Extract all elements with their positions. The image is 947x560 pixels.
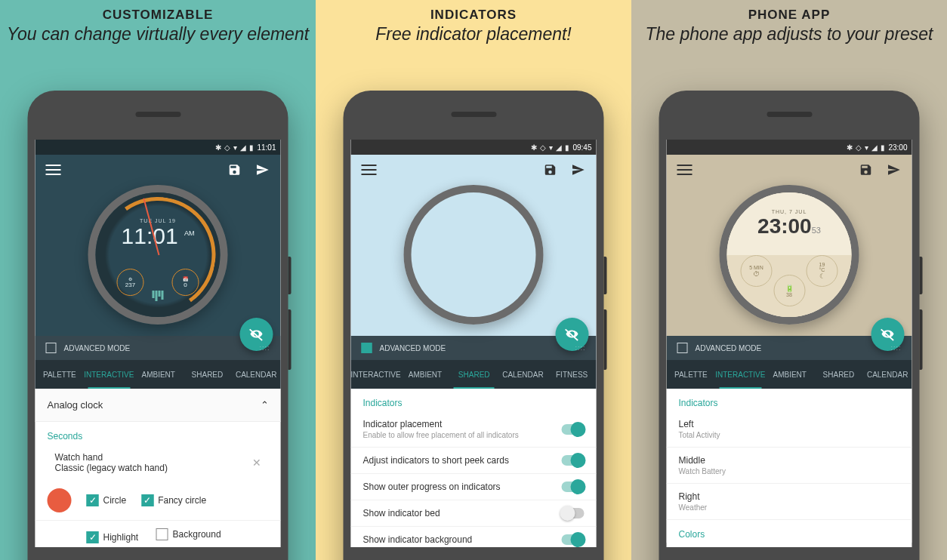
wifi-icon: ▾	[233, 143, 237, 152]
send-icon[interactable]	[255, 163, 270, 177]
watch-preview[interactable]: THU, 7 JUL 23:0053 5 MIN⏱ 🔋38 19°C☾	[720, 185, 859, 325]
vibrate-icon: ◇	[856, 143, 862, 152]
panel-subtitle: You can change virtually every element	[0, 24, 316, 45]
setting-indicator-bed[interactable]: Show indicator bed	[351, 500, 597, 527]
indicator-middle[interactable]: Middle Watch Battery	[667, 448, 912, 484]
panel-indicators: INDICATORS Free indicator placement! ✱ ◇…	[316, 0, 631, 560]
toggle-switch[interactable]	[562, 455, 585, 466]
battery-icon: ▮	[565, 143, 569, 152]
preview-area: THU, 7 JUL 23:0053 5 MIN⏱ 🔋38 19°C☾	[667, 155, 912, 389]
signal-icon: ◢	[871, 143, 878, 152]
watch-preview[interactable]: 👣57 19Jul	[404, 185, 544, 325]
section-title: Indicators	[667, 389, 912, 411]
watch-preview[interactable]: TUE JUL 19 11:01 AM ⚙237 📅0	[88, 185, 228, 325]
subdial-left: 237	[125, 282, 135, 288]
panel-subtitle: Free indicator placement!	[316, 24, 631, 45]
tab-calendar[interactable]: CALENDAR	[498, 360, 548, 389]
tab-shared[interactable]: SHARED	[183, 360, 232, 389]
settings-content: Analog clock ⌃ Seconds Watch hand Classi…	[35, 389, 281, 547]
watch-hand-sub: Classic (legacy watch hand)	[55, 463, 252, 473]
chevron-up-icon: ⌃	[261, 399, 269, 411]
bluetooth-icon: ✱	[215, 143, 221, 152]
panel-title: CUSTOMIZABLE	[0, 8, 316, 23]
option-background[interactable]: Background	[156, 528, 221, 540]
close-icon[interactable]: ✕	[252, 457, 261, 469]
option-highlight[interactable]: ✓Highlight	[87, 531, 139, 543]
menu-icon[interactable]	[362, 165, 377, 175]
phone-screen: ✱ ◇ ▾ ◢ ▮ 09:45	[351, 140, 597, 547]
ring-left: 5 MIN	[749, 265, 763, 270]
advanced-label: ADVANCED MODE	[64, 344, 131, 352]
tab-interactive[interactable]: INTERACTIVE	[351, 360, 401, 389]
tab-palette[interactable]: PALETTE	[35, 360, 85, 389]
advanced-checkbox[interactable]	[677, 343, 688, 353]
tab-shared[interactable]: SHARED	[449, 360, 498, 389]
color-swatch[interactable]	[48, 488, 72, 512]
drag-handle-icon[interactable]: ::::	[575, 344, 585, 352]
tab-calendar[interactable]: CALENDAR	[232, 360, 281, 389]
phone-screen: ✱ ◇ ▾ ◢ ▮ 23:00	[667, 140, 912, 547]
phone-screen: ✱ ◇ ▾ ◢ ▮ 11:01	[35, 140, 281, 547]
panel-header: INDICATORS Free indicator placement!	[316, 8, 631, 45]
preview-area: TUE JUL 19 11:01 AM ⚙237 📅0	[35, 155, 281, 389]
status-time: 09:45	[572, 143, 591, 152]
setting-indicator-placement[interactable]: Indicator placementEnable to allow free …	[351, 411, 597, 448]
watch-hand-row[interactable]: Watch hand Classic (legacy watch hand) ✕	[35, 445, 281, 481]
tab-palette[interactable]: PALETTE	[667, 360, 716, 389]
save-icon[interactable]	[228, 163, 242, 177]
advanced-label: ADVANCED MODE	[696, 344, 762, 352]
setting-indicator-background[interactable]: Show indicator background	[351, 527, 597, 547]
drag-handle-icon[interactable]: ::::	[259, 344, 270, 352]
advanced-checkbox[interactable]: ✓	[362, 343, 372, 353]
tab-ambient[interactable]: AMBIENT	[401, 360, 450, 389]
battery-icon: ▮	[881, 143, 885, 152]
menu-icon[interactable]	[677, 165, 693, 175]
setting-outer-progress[interactable]: Show outer progress on indicators	[351, 474, 597, 500]
tab-calendar[interactable]: CALENDAR	[863, 360, 912, 389]
vibrate-icon: ◇	[224, 143, 230, 152]
watch-hand-title: Watch hand	[55, 452, 252, 463]
option-circle[interactable]: ✓Circle	[87, 494, 127, 506]
drag-handle-icon[interactable]: ::::	[890, 344, 901, 352]
send-icon[interactable]	[571, 163, 586, 177]
phone-side-button	[604, 309, 607, 370]
section-title: Seconds	[35, 422, 281, 445]
indicator-right[interactable]: Right Weather	[667, 484, 912, 520]
indicator-left[interactable]: Left Total Activity	[667, 411, 912, 448]
panel-title: PHONE APP	[631, 8, 947, 23]
advanced-checkbox[interactable]	[46, 343, 57, 353]
expander-analog-clock[interactable]: Analog clock ⌃	[35, 389, 281, 422]
option-fancy-circle[interactable]: ✓Fancy circle	[141, 494, 206, 506]
preview-area: 👣57 19Jul ✓ ADVANCED MODE :::: INTERACTI…	[351, 155, 597, 389]
setting-adjust-peek[interactable]: Adjust indicators to short peek cards	[351, 448, 597, 474]
phone-frame: ✱ ◇ ▾ ◢ ▮ 11:01	[28, 91, 288, 560]
watch-ampm: AM	[184, 229, 195, 237]
phone-side-button	[288, 309, 292, 370]
ring-right-val: 19	[819, 262, 825, 267]
watch-seconds: 53	[812, 226, 821, 235]
save-icon[interactable]	[544, 163, 557, 177]
save-icon[interactable]	[859, 163, 873, 177]
menu-icon[interactable]	[46, 165, 61, 175]
tab-interactive[interactable]: INTERACTIVE	[84, 360, 134, 389]
toggle-switch[interactable]	[562, 508, 585, 518]
bluetooth-icon: ✱	[531, 143, 537, 152]
tab-ambient[interactable]: AMBIENT	[134, 360, 183, 389]
phone-frame: ✱ ◇ ▾ ◢ ▮ 23:00	[659, 91, 920, 560]
panel-title: INDICATORS	[316, 8, 631, 23]
vibrate-icon: ◇	[540, 143, 546, 152]
tab-interactive[interactable]: INTERACTIVE	[715, 360, 765, 389]
status-bar: ✱ ◇ ▾ ◢ ▮ 23:00	[667, 140, 912, 155]
tab-ambient[interactable]: AMBIENT	[765, 360, 814, 389]
tab-fitness[interactable]: FITNESS	[548, 360, 597, 389]
tab-shared[interactable]: SHARED	[814, 360, 863, 389]
toggle-switch[interactable]	[562, 482, 585, 492]
toggle-switch[interactable]	[562, 424, 585, 435]
send-icon[interactable]	[887, 163, 902, 177]
toggle-switch[interactable]	[562, 534, 585, 545]
app-bar	[667, 155, 912, 185]
status-time: 11:01	[257, 143, 276, 152]
panel-customizable: CUSTOMIZABLE You can change virtually ev…	[0, 0, 316, 560]
phone-side-button	[920, 309, 923, 370]
ring-mid: 38	[786, 292, 792, 297]
